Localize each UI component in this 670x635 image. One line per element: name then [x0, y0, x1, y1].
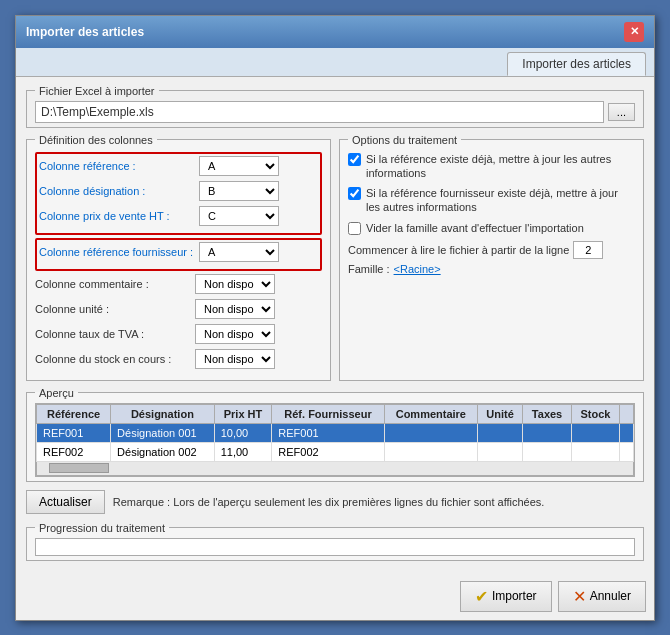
col-unite-select[interactable]: Non disponible: [195, 299, 275, 319]
col-header-des: Désignation: [111, 404, 215, 423]
start-line-input[interactable]: [573, 241, 603, 259]
h-scrollbar[interactable]: [36, 462, 634, 476]
col-prix-row: Colonne prix de vente HT : CAB: [39, 206, 318, 226]
start-label: Commencer à lire le fichier à partir de …: [348, 244, 569, 256]
table-cell: Désignation 002: [111, 442, 215, 461]
table-cell: [384, 442, 477, 461]
col-stock-label: Colonne du stock en cours :: [35, 353, 195, 365]
col-header-com: Commentaire: [384, 404, 477, 423]
options-section: Options du traitement Si la référence ex…: [339, 134, 644, 381]
col-tva-label: Colonne taux de TVA :: [35, 328, 195, 340]
title-bar: Importer des articles ✕: [16, 16, 654, 48]
table-cell: [523, 423, 572, 442]
dialog-content: Fichier Excel à importer ... Définition …: [16, 77, 654, 577]
two-columns: Définition des colonnes Colonne référenc…: [26, 134, 644, 387]
importer-label: Importer: [492, 589, 537, 603]
file-path-input[interactable]: [35, 101, 604, 123]
progression-legend: Progression du traitement: [35, 522, 169, 534]
cb2-row: Si la référence fournisseur existe déjà,…: [348, 186, 635, 215]
cb1-checkbox[interactable]: [348, 153, 361, 166]
table-cell: [620, 442, 634, 461]
file-section-legend: Fichier Excel à importer: [35, 85, 159, 97]
actualiser-button[interactable]: Actualiser: [26, 490, 105, 514]
col-header-ref: Référence: [37, 404, 111, 423]
col-def-legend: Définition des colonnes: [35, 134, 157, 146]
cb2-checkbox[interactable]: [348, 187, 361, 200]
family-label: Famille :: [348, 263, 390, 275]
col-ref-select[interactable]: ABC: [199, 156, 279, 176]
table-cell: REF001: [37, 423, 111, 442]
table-cell: [620, 423, 634, 442]
options-legend: Options du traitement: [348, 134, 461, 146]
table-cell: REF001: [272, 423, 384, 442]
cb3-row: Vider la famille avant d'effectuer l'imp…: [348, 221, 635, 235]
col-des-row: Colonne désignation : BAC: [39, 181, 318, 201]
family-row: Famille : <Racine>: [348, 263, 635, 275]
importer-button[interactable]: ✔ Importer: [460, 581, 552, 612]
col-header-taxes: Taxes: [523, 404, 572, 423]
col-prix-select[interactable]: CAB: [199, 206, 279, 226]
annuler-button[interactable]: ✕ Annuler: [558, 581, 646, 612]
annuler-icon: ✕: [573, 587, 586, 606]
col-ref-row: Colonne référence : ABC: [39, 156, 318, 176]
scroll-col: [620, 404, 634, 423]
dialog-title: Importer des articles: [26, 25, 144, 39]
col-unite-label: Colonne unité :: [35, 303, 195, 315]
h-scroll-thumb[interactable]: [49, 463, 109, 473]
apercu-section: Aperçu Référence Désignation Prix HT Réf…: [26, 387, 644, 482]
table-scroll[interactable]: Référence Désignation Prix HT Réf. Fourn…: [36, 404, 634, 462]
progression-section: Progression du traitement: [26, 522, 644, 561]
col-stock-select[interactable]: Non disponible: [195, 349, 275, 369]
tab-importer[interactable]: Importer des articles: [507, 52, 646, 76]
table-row[interactable]: REF001Désignation 00110,00REF001: [37, 423, 634, 442]
family-link[interactable]: <Racine>: [394, 263, 441, 275]
col-com-select[interactable]: Non disponible: [195, 274, 275, 294]
col-com-label: Colonne commentaire :: [35, 278, 195, 290]
col-des-select[interactable]: BAC: [199, 181, 279, 201]
table-cell: [384, 423, 477, 442]
highlighted-group-1: Colonne référence : ABC Colonne désignat…: [35, 152, 322, 235]
col-ref-f-row: Colonne référence fournisseur : ABC: [39, 242, 318, 262]
highlighted-group-2: Colonne référence fournisseur : ABC: [35, 238, 322, 271]
cb3-checkbox[interactable]: [348, 222, 361, 235]
table-cell: [523, 442, 572, 461]
browse-button[interactable]: ...: [608, 103, 635, 121]
col-tva-row: Colonne taux de TVA : Non disponible: [35, 324, 322, 344]
col-com-row: Colonne commentaire : Non disponible: [35, 274, 322, 294]
apercu-legend: Aperçu: [35, 387, 78, 399]
table-cell: [571, 423, 619, 442]
col-header-prix: Prix HT: [214, 404, 272, 423]
table-row[interactable]: REF002Désignation 00211,00REF002: [37, 442, 634, 461]
start-row: Commencer à lire le fichier à partir de …: [348, 241, 635, 259]
table-cell: 11,00: [214, 442, 272, 461]
file-row: ...: [35, 101, 635, 123]
table-cell: [571, 442, 619, 461]
cb1-row: Si la référence existe déjà, mettre à jo…: [348, 152, 635, 181]
main-dialog: Importer des articles ✕ Importer des art…: [15, 15, 655, 621]
col-def-section: Définition des colonnes Colonne référenc…: [26, 134, 331, 381]
table-cell: Désignation 001: [111, 423, 215, 442]
col-unite-row: Colonne unité : Non disponible: [35, 299, 322, 319]
cb2-label: Si la référence fournisseur existe déjà,…: [366, 186, 635, 215]
annuler-label: Annuler: [590, 589, 631, 603]
table-cell: 10,00: [214, 423, 272, 442]
col-stock-row: Colonne du stock en cours : Non disponib…: [35, 349, 322, 369]
file-section: Fichier Excel à importer ...: [26, 85, 644, 128]
footer-buttons: ✔ Importer ✕ Annuler: [16, 577, 654, 620]
col-ref-label: Colonne référence :: [39, 160, 199, 172]
table-header-row: Référence Désignation Prix HT Réf. Fourn…: [37, 404, 634, 423]
close-button[interactable]: ✕: [624, 22, 644, 42]
col-prix-label: Colonne prix de vente HT :: [39, 210, 199, 222]
apercu-tbody: REF001Désignation 00110,00REF001REF002Dé…: [37, 423, 634, 461]
remark-text: Remarque : Lors de l'aperçu seulement le…: [113, 496, 545, 508]
cb3-label: Vider la famille avant d'effectuer l'imp…: [366, 221, 584, 235]
bottom-area: Actualiser Remarque : Lors de l'aperçu s…: [26, 490, 644, 514]
progression-bar: [35, 538, 635, 556]
col-des-label: Colonne désignation :: [39, 185, 199, 197]
col-ref-f-select[interactable]: ABC: [199, 242, 279, 262]
apercu-table: Référence Désignation Prix HT Réf. Fourn…: [36, 404, 634, 462]
col-header-unite: Unité: [477, 404, 522, 423]
col-ref-f-label: Colonne référence fournisseur :: [39, 246, 199, 258]
col-tva-select[interactable]: Non disponible: [195, 324, 275, 344]
table-cell: [477, 442, 522, 461]
